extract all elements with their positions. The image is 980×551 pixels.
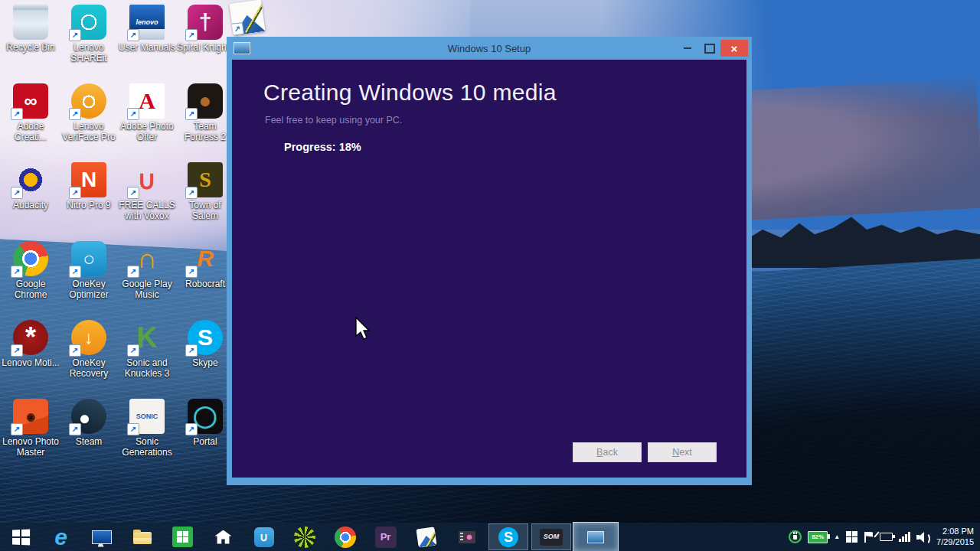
shortcut-arrow-badge: ↗ <box>11 344 23 357</box>
adobe-photo-offer-icon: A↗ <box>129 83 165 119</box>
windows-tray-icon[interactable] <box>846 531 858 543</box>
desktop-icon-portal[interactable]: ◯↗Portal <box>176 399 234 478</box>
desktop-icon-sonic-and-knuckles-3[interactable]: K↗Sonic and Knuckles 3 <box>118 320 176 399</box>
desktop-icon-google-play-music[interactable]: ∩↗Google Play Music <box>118 241 176 320</box>
shortcut-arrow-badge: ↗ <box>69 344 81 357</box>
network-signal-icon[interactable] <box>899 532 910 542</box>
taskbar-app-lenovo-user-manuals[interactable] <box>81 523 122 551</box>
taskbar-app-google-chrome-taskbar[interactable] <box>325 523 365 551</box>
taskbar-app-windows-store[interactable] <box>162 523 203 551</box>
taskbar-app-movie-app[interactable] <box>446 523 487 551</box>
shortcut-arrow-badge: ↗ <box>127 266 139 278</box>
taskbar-app-som[interactable]: SOM <box>531 523 571 550</box>
power-plug-icon[interactable] <box>880 533 893 541</box>
taskbar-app-premiere-pro[interactable]: Pr <box>365 523 406 551</box>
portal-icon: ◯↗ <box>188 399 223 434</box>
desktop-icon-spiral-knights[interactable]: †↗Spiral Knights <box>176 5 234 83</box>
shortcut-arrow-badge: ↗ <box>11 187 23 199</box>
desktop-icon-photo-editor[interactable]: ↗ <box>231 2 263 34</box>
team-fortress-2-icon: ●↗ <box>188 83 223 119</box>
shortcut-arrow-badge: ↗ <box>185 108 198 120</box>
desktop-icon-voxox[interactable]: ∪↗FREE CALLS with Voxox <box>118 162 176 241</box>
hidden-icons-chevron[interactable]: ▲ <box>834 533 840 540</box>
desktop-icon-team-fortress-2[interactable]: ●↗Team Fortress 2 <box>176 83 234 162</box>
taskbar-app-file-explorer[interactable] <box>122 523 162 551</box>
desktop-icon-recycle-bin[interactable]: Recycle Bin <box>2 5 60 83</box>
desktop-icon-label: Recycle Bin <box>6 43 54 54</box>
start-button[interactable] <box>0 523 41 551</box>
volume-icon[interactable] <box>916 532 930 543</box>
shortcut-arrow-badge: ↗ <box>127 423 139 435</box>
desktop-icon-label: Lenovo Moti... <box>2 358 59 369</box>
next-button[interactable]: Next <box>648 442 717 462</box>
desktop-icon-lenovo-photo-master[interactable]: ◉↗Lenovo Photo Master <box>2 399 60 478</box>
desktop-icon-adobe-creative-cloud[interactable]: ∞↗Adobe Creati... <box>2 83 60 162</box>
desktop-icon-onekey-recovery[interactable]: ↓↗OneKey Recovery <box>60 320 118 399</box>
lenovo-veriface-pro-icon: ↗ <box>71 83 106 119</box>
setup-subtitle: Feel free to keep using your PC. <box>265 115 402 126</box>
home-icon <box>215 530 232 544</box>
desktop-icon-label: Team Fortress 2 <box>176 122 234 143</box>
google-chrome-taskbar-icon <box>335 527 356 548</box>
clock-time: 2:08 PM <box>936 527 974 537</box>
desktop-icon-user-manuals[interactable]: lenovo↗User Manuals <box>118 5 176 83</box>
desktop-icon-label: OneKey Optimizer <box>60 279 118 301</box>
taskbar-app-lenovo-app-store[interactable]: ∪ <box>243 523 284 551</box>
lenovo-power-icon[interactable] <box>789 530 802 543</box>
desktop-icon-town-of-salem[interactable]: S↗Town of Salem <box>176 162 234 241</box>
desktop-icon-label: User Manuals <box>119 43 175 54</box>
sonic-generations-icon: SONIC↗ <box>129 399 165 434</box>
shortcut-arrow-badge: ↗ <box>69 423 81 435</box>
nitro-pro-9-icon: N↗ <box>71 162 106 197</box>
battery-icon[interactable]: 82% <box>808 531 828 543</box>
desktop-icon-skype-desktop[interactable]: S↗Skype <box>176 320 234 399</box>
desktop-icon-label: Sonic and Knuckles 3 <box>118 358 176 380</box>
desktop-icon-nitro-pro-9[interactable]: N↗Nitro Pro 9 <box>60 162 118 241</box>
desktop-icon-label: Robocraft <box>185 279 225 290</box>
system-tray: 82% ▲ 2:08 PM 7/29/2015 <box>789 527 980 548</box>
windows-logo-icon <box>177 531 188 543</box>
window-title: Windows 10 Setup <box>227 43 752 54</box>
desktop-icon-label: Spiral Knights <box>177 43 234 54</box>
desktop-icon-lenovo-shareit[interactable]: ↗Lenovo SHAREit <box>60 5 118 83</box>
desktop-icon-label: Portal <box>193 437 217 448</box>
desktop-icon-google-chrome[interactable]: ↗Google Chrome <box>2 241 60 320</box>
maximize-button[interactable] <box>698 40 720 57</box>
taskbar: e∪PrSSOM↓ 82% ▲ 2:08 PM 7/29/2015 <box>0 523 980 551</box>
shortcut-arrow-badge: ↗ <box>11 108 23 120</box>
desktop-icon-audacity[interactable]: ↗Audacity <box>2 162 60 241</box>
clock-date: 7/29/2015 <box>936 537 974 548</box>
skype-icon: S <box>498 527 518 547</box>
taskbar-app-internet-explorer[interactable]: e <box>41 523 81 551</box>
steam-icon: ↗ <box>71 399 106 434</box>
taskbar-app-skype[interactable]: S <box>488 523 528 550</box>
desktop-icon-lenovo-veriface-pro[interactable]: ↗Lenovo VeriFace Pro <box>60 83 118 162</box>
taskbar-app-photo-editor[interactable] <box>406 523 446 551</box>
close-button[interactable]: × <box>720 40 748 57</box>
google-play-music-icon: ∩↗ <box>129 241 165 276</box>
lenovo-photo-master-icon: ◉↗ <box>13 399 48 434</box>
tray-clock[interactable]: 2:08 PM 7/29/2015 <box>936 527 974 548</box>
windows-10-setup-window: ↓ Windows 10 Setup × Creating Windows 10… <box>227 37 752 485</box>
minimize-button[interactable] <box>676 40 698 57</box>
voxox-icon: ∪↗ <box>129 162 165 197</box>
taskbar-app-home[interactable] <box>203 523 243 551</box>
robocraft-icon: R↗ <box>188 241 223 276</box>
desktop-icon-label: Google Chrome <box>2 279 60 301</box>
taskbar-app-media-app[interactable] <box>284 523 325 551</box>
shortcut-arrow-badge: ↗ <box>185 187 198 199</box>
desktop-icon-lenovo-motion[interactable]: *↗Lenovo Moti... <box>2 320 60 399</box>
desktop-icon-onekey-optimizer[interactable]: ○↗OneKey Optimizer <box>60 241 118 320</box>
back-button[interactable]: Back <box>573 442 642 462</box>
desktop-icon-adobe-photo-offer[interactable]: A↗Adobe Photo Offer <box>118 83 176 162</box>
desktop-icon-steam[interactable]: ↗Steam <box>60 399 118 478</box>
desktop-icon-robocraft[interactable]: R↗Robocraft <box>176 241 234 320</box>
taskbar-app-media-creation-tool[interactable]: ↓ <box>573 522 619 551</box>
action-center-flag-icon[interactable] <box>864 532 874 543</box>
desktop-icon-label: Town of Salem <box>176 201 234 222</box>
desktop-icon-grid: Recycle Bin↗Lenovo SHAREitlenovo↗User Ma… <box>2 5 234 478</box>
desktop-icon-sonic-generations[interactable]: SONIC↗Sonic Generations <box>118 399 176 478</box>
titlebar[interactable]: ↓ Windows 10 Setup × <box>227 37 752 60</box>
lenovo-user-manuals-icon <box>92 530 112 544</box>
shortcut-arrow-badge: ↗ <box>185 423 198 435</box>
